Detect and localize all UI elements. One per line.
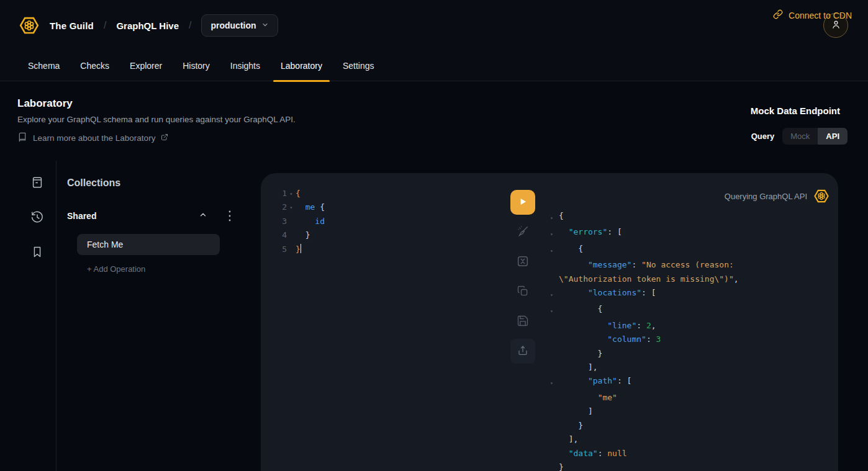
book-icon [17,132,27,144]
query-editor[interactable]: 1▾{2▾ me {3 id4 }5} [268,187,325,256]
learn-more-label: Learn more about the Laboratory [33,133,155,143]
response-line: ▾ { [550,302,832,318]
merge-icon [516,254,530,270]
fold-toggle-icon[interactable]: ▾ [550,209,559,225]
fold-toggle-icon[interactable]: ▾ [550,374,559,390]
chevron-up-icon [199,210,207,222]
add-operation-button[interactable]: + Add Operation [87,264,145,274]
tab-insights[interactable]: Insights [223,51,268,81]
fold-toggle-icon[interactable]: ▾ [550,225,559,241]
fold-toggle-icon [550,361,559,374]
chevron-down-icon [261,20,269,30]
history-plugin-button[interactable] [25,206,50,231]
sidebar-divider [56,161,57,471]
bookmark-icon [31,246,43,261]
line-number: 5 [268,243,287,256]
response-line: ▾ { [550,242,832,258]
response-line: "data": null [550,447,832,460]
project-name[interactable]: GraphQL Hive [116,20,179,31]
prettify-icon [516,225,530,240]
response-line: ], [550,433,832,446]
fold-toggle-icon [550,258,559,272]
save-operation-button[interactable] [510,309,535,334]
collection-menu-button[interactable] [224,209,236,223]
endpoint-option-mock[interactable]: Mock [782,128,818,145]
endpoint-option-api[interactable]: API [818,128,848,145]
line-number: 3 [268,215,287,228]
fold-toggle-icon [287,229,296,243]
plugin-rail [0,161,56,471]
page-title: Laboratory [17,97,73,110]
response-line: ▾ "errors": [ [550,225,832,241]
breadcrumb-separator: / [104,20,106,31]
response-line: } [550,347,832,361]
connect-to-cdn-button[interactable]: Connect to CDN [773,0,852,30]
tab-explorer[interactable]: Explorer [122,51,170,81]
header: The Guild / GraphQL Hive / production [0,0,868,51]
fold-toggle-icon[interactable]: ▾ [550,302,559,318]
result-endpoint-status: Querying GraphQL API [725,192,807,201]
collections-title: Collections [67,177,120,189]
collections-plugin-button[interactable] [25,241,50,266]
tab-checks[interactable]: Checks [73,51,117,81]
fold-toggle-icon[interactable]: ▾ [287,201,296,215]
docs-plugin-button[interactable] [25,171,50,196]
endpoint-toggle-label: Query [751,132,775,141]
endpoint-toggle: MockAPI [782,128,848,145]
fold-toggle-icon [287,243,296,257]
fold-toggle-icon [550,333,559,346]
response-line: "message": "No access (reason: [550,258,832,272]
fold-toggle-icon [550,419,559,433]
editor-line: 4 } [268,228,325,242]
line-number: 2 [268,200,287,214]
fold-toggle-icon[interactable]: ▾ [550,242,559,258]
connect-to-cdn-label: Connect to CDN [789,11,852,20]
editor-line: 3 id [268,215,325,228]
fold-toggle-icon[interactable]: ▾ [287,187,296,201]
share-icon [517,345,528,358]
tab-laboratory[interactable]: Laboratory [273,51,330,81]
response-line: "line": 2, [550,319,832,333]
fold-toggle-icon [287,215,296,229]
fold-toggle-icon [550,447,559,460]
merge-fragments-button[interactable] [510,249,535,274]
editor-line: 2▾ me { [268,200,325,214]
learn-more-link[interactable]: Learn more about the Laboratory [17,132,168,144]
mock-endpoint-title: Mock Data Endpoint [751,105,840,116]
share-operation-button[interactable] [510,339,535,364]
endpoint-toggle-row: Query MockAPI [751,128,848,145]
target-selector-button[interactable]: production [201,14,278,37]
response-line: } [550,460,832,471]
tab-schema[interactable]: Schema [20,51,67,81]
collection-item[interactable]: Fetch Me [77,234,220,255]
fold-toggle-icon [550,319,559,333]
response-line: } [550,419,832,433]
editor-line: 5} [268,243,325,256]
editor-line: 1▾{ [268,187,325,200]
prettify-button[interactable] [510,220,535,244]
nav-tabs: SchemaChecksExplorerHistoryInsightsLabor… [0,51,868,81]
hive-logo-icon[interactable] [19,15,40,36]
collection-group-label: Shared [67,211,96,221]
breadcrumb-separator: / [189,20,191,31]
breadcrumb: The Guild / GraphQL Hive / production [19,0,278,51]
execute-query-button[interactable] [510,190,535,215]
response-viewer[interactable]: ▾{▾ "errors": [▾ { "message": "No access… [550,209,832,471]
response-line: ▾{ [550,209,832,225]
response-line: "me" [550,391,832,405]
copy-query-button[interactable] [510,279,535,304]
history-icon [30,210,44,227]
org-name[interactable]: The Guild [50,20,94,31]
tab-settings[interactable]: Settings [335,51,382,81]
page-description: Explore your GraphQL schema and run quer… [17,115,296,124]
editor-toolbar [510,190,535,364]
line-number: 1 [268,187,287,200]
fold-toggle-icon [550,347,559,361]
result-header: Querying GraphQL API [725,188,830,204]
save-icon [517,315,529,329]
response-line: "column": 3 [550,333,832,346]
response-line: ▾ "path": [ [550,374,832,390]
tab-history[interactable]: History [175,51,217,81]
fold-toggle-icon[interactable]: ▾ [550,286,559,302]
collection-group-shared[interactable]: Shared [67,207,207,225]
